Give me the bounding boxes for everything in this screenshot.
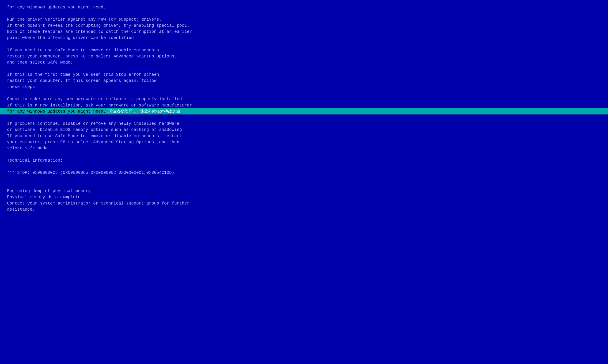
highlight-bar: for any windows updates you might need. … xyxy=(0,108,608,115)
bsod-line: point where the offending driver can be … xyxy=(7,35,601,41)
bsod-line: Check to make sure any new hardware or s… xyxy=(7,96,601,102)
bsod-line: If that doesn't reveal the corrupting dr… xyxy=(7,23,601,29)
bsod-line: Run the driver verifier against any new … xyxy=(7,16,601,23)
bsod-line: for any windows updates you might need. xyxy=(7,4,601,10)
bsod-line: select Safe Mode. xyxy=(7,145,601,151)
bsod-line: these steps: xyxy=(7,84,601,90)
bsod-line: Both of these features are intended to c… xyxy=(7,29,601,35)
bsod-line: Beginning dump of physical memory xyxy=(7,188,601,194)
bsod-line: If this is a new installation, ask your … xyxy=(7,102,601,108)
bsod-lines-before: for any windows updates you might need. … xyxy=(7,4,601,108)
bsod-line: Contact your system administrator or tec… xyxy=(7,200,601,206)
bsod-line xyxy=(7,163,601,169)
bsod-line: If you need to use Safe Mode to remove o… xyxy=(7,47,601,53)
bsod-line xyxy=(7,41,601,47)
bsod-line xyxy=(7,115,601,120)
bsod-screen: for any windows updates you might need. … xyxy=(0,0,608,364)
bsod-line: If you need to use Safe Mode to remove o… xyxy=(7,133,601,139)
bsod-line: If this is the first time you've seen th… xyxy=(7,72,601,78)
bsod-line xyxy=(7,182,601,188)
bsod-line: *** STOP: 0x000000C5 (0x00000065,0x00000… xyxy=(7,169,601,176)
bsod-line: restart your computer, press F8 to selec… xyxy=(7,53,601,59)
bsod-line: Technical information: xyxy=(7,157,601,163)
bsod-lines-after: If problems continue, disable or remove … xyxy=(7,115,601,212)
bsod-line xyxy=(7,151,601,157)
highlight-line: for any windows updates you might need. xyxy=(7,109,108,114)
bsod-line: Physical memory dump complete. xyxy=(7,194,601,200)
bsod-line: or software. Disable BIOS memory options… xyxy=(7,127,601,133)
bsod-line: restart your computer. If this screen ap… xyxy=(7,78,601,84)
bsod-line: and then select Safe Mode. xyxy=(7,59,601,65)
bsod-line: assistance. xyxy=(7,206,601,212)
bsod-line xyxy=(7,90,601,96)
bsod-line: your computer, press F8 to select Advanc… xyxy=(7,139,601,145)
bsod-line xyxy=(7,10,601,16)
overlay-label: 玩游戏变蓝屏，一场意外的技术挑战之旅 xyxy=(108,109,180,114)
bsod-line xyxy=(7,65,601,72)
bsod-line xyxy=(7,176,601,182)
bsod-line: If problems continue, disable or remove … xyxy=(7,120,601,127)
